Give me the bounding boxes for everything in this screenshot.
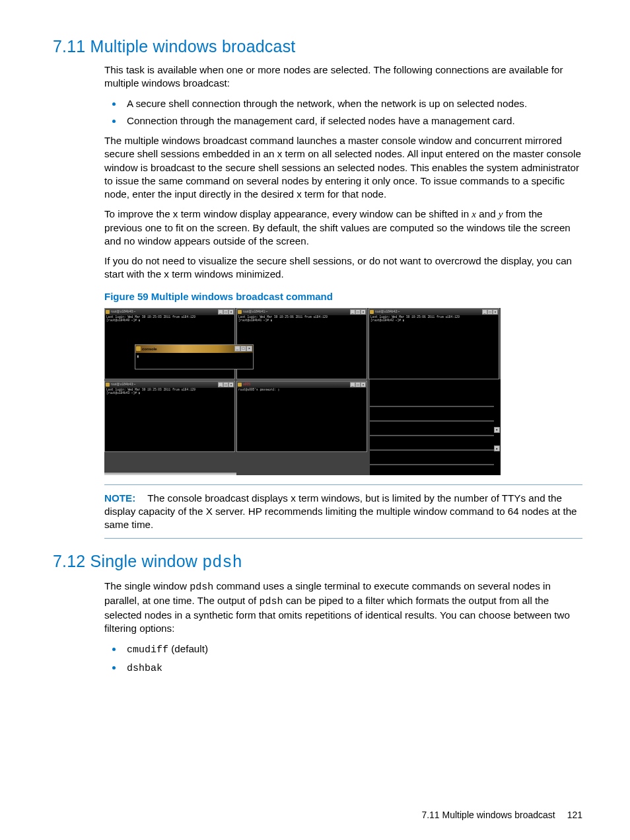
minimize-icon: _ xyxy=(218,309,223,315)
note-label: NOTE: xyxy=(104,492,135,504)
page-number: 121 xyxy=(567,810,582,820)
window-buttons: _□× xyxy=(350,309,366,315)
scroll-down-icon: ▾ xyxy=(494,427,500,433)
close-icon: × xyxy=(361,382,366,387)
minimize-icon: _ xyxy=(350,382,355,387)
console-output: ▮ xyxy=(135,353,253,369)
maximize-icon: □ xyxy=(223,382,228,387)
window-buttons: _□× xyxy=(234,346,252,352)
page-footer: 7.11 Multiple windows broadcast 121 xyxy=(421,809,582,821)
terminal-output: root@o005's password: ▯ xyxy=(237,388,367,393)
window-title: root@o184b42:~ xyxy=(374,309,482,314)
window-buttons: _□× xyxy=(218,382,234,387)
maximize-icon: □ xyxy=(240,346,246,352)
xterm-window: root@o184b42:~ _□× Last login: Wed Mar 3… xyxy=(368,308,499,379)
window-titlebar: root@o184b42:~ _□× xyxy=(369,309,499,315)
text: The single window xyxy=(104,580,190,592)
section-heading-711: 7.11 Multiple windows broadcast xyxy=(53,36,582,58)
list-item: Connection through the management card, … xyxy=(123,114,582,128)
window-titlebar: root@o184b40:~ _□× xyxy=(105,309,234,315)
terminal-output: Last login: Wed Mar 30 10:25:03 2011 fro… xyxy=(105,315,234,323)
para-broadcast-desc: The multiple windows broadcast command l… xyxy=(104,134,582,201)
text: To improve the x term window display app… xyxy=(104,208,472,219)
text: and xyxy=(476,208,499,219)
window-titlebar: root@o184b41:~ _□× xyxy=(237,309,367,315)
master-console-window: console _□× ▮ xyxy=(135,344,254,369)
list-item: dshbak xyxy=(123,660,582,675)
window-title: root@o184b41:~ xyxy=(242,309,350,314)
maximize-icon: □ xyxy=(223,309,228,315)
terminal-output: Last login: Wed Mar 30 10:25:06 2011 fro… xyxy=(369,315,499,323)
window-icon xyxy=(136,346,141,351)
heading-text: 7.12 Single window xyxy=(53,552,202,570)
var-y: y xyxy=(499,208,503,219)
note-text: The console broadcast displays x term wi… xyxy=(104,492,577,530)
connection-list: A secure shell connection through the ne… xyxy=(104,96,582,128)
window-title: o005 xyxy=(242,382,350,387)
list-item: cmudiff (default) xyxy=(123,642,582,657)
terminal-output: Last login: Wed Mar 30 10:25:03 2011 fro… xyxy=(105,388,234,396)
window-titlebar: root@o184b43:~ _□× xyxy=(105,381,234,388)
minimize-icon: _ xyxy=(482,309,487,315)
filter-list: cmudiff (default) dshbak xyxy=(104,642,582,675)
taskbar-fragment xyxy=(104,473,236,475)
close-icon: × xyxy=(228,382,234,387)
window-title: console xyxy=(141,346,234,352)
inline-code: pdsh xyxy=(259,596,283,607)
close-icon: × xyxy=(246,346,252,352)
minimize-icon: _ xyxy=(350,309,355,315)
para-shift: To improve the x term window display app… xyxy=(104,208,582,248)
inline-code: cmudiff xyxy=(127,644,168,656)
window-title: root@o184b40:~ xyxy=(110,309,218,314)
heading-mono: pdsh xyxy=(202,553,242,572)
maximize-icon: □ xyxy=(355,309,361,315)
xterm-window: root@o184b41:~ _□× Last login: Wed Mar 3… xyxy=(236,308,367,379)
maximize-icon: □ xyxy=(355,382,361,387)
close-icon: × xyxy=(361,309,366,315)
window-buttons: _□× xyxy=(350,382,366,387)
minimize-icon: _ xyxy=(234,346,240,352)
window-titlebar: o005 _□× xyxy=(237,381,367,388)
para-pdsh-desc: The single window pdsh command uses a si… xyxy=(104,580,582,635)
window-buttons: _□× xyxy=(482,309,498,315)
window-title: root@o184b43:~ xyxy=(110,382,218,387)
section-heading-712: 7.12 Single window pdsh xyxy=(53,551,582,574)
scroll-up-icon: ▴ xyxy=(494,445,500,451)
inline-code: dshbak xyxy=(127,663,162,674)
minimize-icon: _ xyxy=(218,382,223,387)
window-titlebar: console _□× xyxy=(135,345,253,353)
para-availability: This task is available when one or more … xyxy=(104,63,582,90)
terminal-output: Last login: Wed Mar 30 10:25:06 2011 fro… xyxy=(237,315,367,323)
text: (default) xyxy=(168,643,208,654)
figure-caption: Figure 59 Multiple windows broadcast com… xyxy=(104,290,582,303)
xterm-window: o005 _□× root@o005's password: ▯ xyxy=(236,381,367,452)
desktop-area: ▾ ▴ xyxy=(370,379,501,475)
list-item: A secure shell connection through the ne… xyxy=(123,96,582,111)
figure-59: root@o184b40:~ _□× Last login: Wed Mar 3… xyxy=(104,308,501,475)
close-icon: × xyxy=(228,309,234,315)
inline-code: pdsh xyxy=(190,582,213,593)
close-icon: × xyxy=(493,309,498,315)
window-buttons: _□× xyxy=(218,309,234,315)
maximize-icon: □ xyxy=(487,309,493,315)
note-block: NOTE: The console broadcast displays x t… xyxy=(104,484,582,539)
footer-section: 7.11 Multiple windows broadcast xyxy=(421,810,555,820)
xterm-window: root@o184b43:~ _□× Last login: Wed Mar 3… xyxy=(104,381,235,452)
para-minimized: If you do not need to visualize the secu… xyxy=(104,254,582,281)
